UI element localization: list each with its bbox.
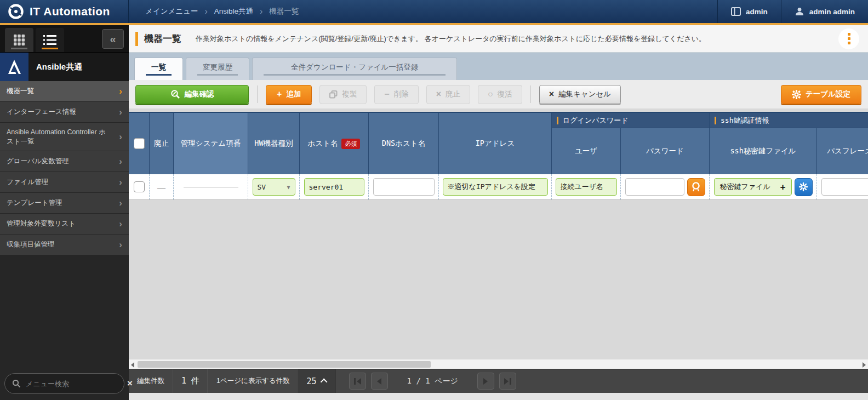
- column-header-ip[interactable]: IPアドレス: [439, 113, 552, 174]
- bottom-strip: [129, 393, 868, 400]
- password-input[interactable]: [625, 178, 684, 196]
- asterisk-icon: [798, 182, 808, 192]
- column-header-hw-type[interactable]: HW機器種別: [248, 113, 300, 174]
- column-header-hostname[interactable]: ホスト名 必須: [300, 113, 369, 174]
- edit-count-value: 1 件: [173, 369, 208, 393]
- sidebar-collapse-button[interactable]: «: [102, 29, 124, 49]
- sidebar-menu: 機器一覧 › インターフェース情報 › Ansible Automation C…: [0, 81, 129, 255]
- sidebar-item-aac-host-list[interactable]: Ansible Automation Controller ホスト一覧 ›: [0, 123, 129, 151]
- row-hostname-cell: [300, 174, 369, 199]
- per-page-value: 25: [306, 376, 316, 386]
- column-header-discard[interactable]: 廃止: [150, 113, 174, 174]
- workspace-menu[interactable]: admin: [717, 0, 781, 23]
- empty-dash: —: [157, 182, 165, 192]
- per-page-select[interactable]: 25: [298, 369, 335, 393]
- horizontal-scrollbar[interactable]: [129, 359, 868, 369]
- menu-search-input[interactable]: [26, 380, 122, 388]
- group-accent-bar: [715, 117, 716, 124]
- column-header-password[interactable]: パスワード: [621, 128, 710, 174]
- sidebar-item-label: ファイル管理: [7, 178, 48, 186]
- scroll-right-arrow-icon[interactable]: [863, 362, 866, 368]
- sidebar-tab-list[interactable]: [36, 28, 64, 52]
- app-logo[interactable]: IT Automation: [0, 0, 129, 23]
- edit-count-label: 編集件数: [129, 369, 173, 393]
- sidebar-item-file-management[interactable]: ファイル管理 ›: [0, 172, 129, 193]
- app-title: IT Automation: [30, 5, 110, 18]
- hostname-input[interactable]: [304, 178, 364, 196]
- table-settings-button[interactable]: テーブル設定: [781, 85, 861, 104]
- ansible-logo: [0, 53, 28, 81]
- password-key-button[interactable]: [687, 178, 705, 196]
- tab-change-history[interactable]: 変更履歴: [186, 58, 249, 80]
- sidebar-item-label: 管理対象外変数リスト: [7, 219, 76, 228]
- column-header-user[interactable]: ユーザ: [552, 128, 621, 174]
- sidebar-item-label: グローバル変数管理: [7, 157, 69, 165]
- last-page-button[interactable]: [499, 373, 516, 390]
- sidebar-item-label: インターフェース情報: [7, 107, 76, 116]
- file-add-icon[interactable]: +: [780, 182, 786, 192]
- sidebar-item-interface-info[interactable]: インターフェース情報 ›: [0, 102, 129, 123]
- breadcrumb: メインメニュー › Ansible共通 › 機器一覧: [129, 0, 299, 23]
- column-header-passphrase[interactable]: パスフレーズ: [817, 128, 868, 174]
- page-menu-button[interactable]: [838, 28, 859, 49]
- first-page-icon: [357, 378, 361, 385]
- delete-button[interactable]: − 削除: [374, 85, 418, 104]
- tab-download-upload[interactable]: 全件ダウンロード・ファイル一括登録: [252, 58, 457, 80]
- tab-strip: 一覧 変更履歴 全件ダウンロード・ファイル一括登録: [129, 53, 868, 80]
- title-accent-bar: [135, 32, 138, 46]
- hw-type-select[interactable]: SV ▼: [253, 178, 295, 196]
- row-dns-cell: [369, 174, 439, 199]
- page-description: 作業対象ホストの情報をメンテナンス(閲覧/登録/更新/廃止)できます。 各オーケ…: [196, 34, 706, 44]
- keyfile-action-button[interactable]: [795, 178, 813, 196]
- duplicate-button[interactable]: 複製: [319, 85, 367, 104]
- ssh-keyfile-field[interactable]: 秘密鍵ファイル +: [714, 178, 792, 196]
- sidebar-item-global-vars[interactable]: グローバル変数管理 ›: [0, 151, 129, 172]
- sidebar-item-device-list[interactable]: 機器一覧 ›: [0, 81, 129, 102]
- scroll-left-arrow-icon[interactable]: [131, 362, 134, 368]
- column-header-system-number[interactable]: 管理システム項番: [174, 113, 248, 174]
- sidebar-item-label: Ansible Automation Controller ホスト一覧: [7, 128, 108, 146]
- prev-page-button[interactable]: [371, 373, 388, 390]
- search-icon: [12, 379, 21, 388]
- sidebar-item-unmanaged-vars[interactable]: 管理対象外変数リスト ›: [0, 214, 129, 235]
- breadcrumb-item-main-menu[interactable]: メインメニュー: [145, 7, 198, 16]
- column-header-ssh-keyfile[interactable]: ssh秘密鍵ファイル: [710, 128, 817, 174]
- row-passphrase-cell: [817, 174, 868, 199]
- user-menu[interactable]: admin admin: [781, 0, 868, 23]
- sidebar-item-label: テンプレート管理: [7, 198, 62, 207]
- breadcrumb-separator-icon: ›: [204, 7, 207, 16]
- select-all-checkbox[interactable]: [134, 138, 145, 149]
- add-button[interactable]: + 追加: [266, 85, 312, 104]
- first-page-button[interactable]: [349, 373, 366, 390]
- row-ip-cell: [439, 174, 552, 199]
- search-clear-icon[interactable]: ×: [127, 378, 133, 389]
- row-checkbox[interactable]: [134, 181, 145, 192]
- kebab-icon: [848, 33, 850, 36]
- next-page-button[interactable]: [477, 373, 494, 390]
- collapse-icon: «: [110, 33, 116, 45]
- copy-icon: [329, 90, 338, 99]
- breadcrumb-item-ansible[interactable]: Ansible共通: [214, 7, 253, 16]
- sidebar-item-collected-values[interactable]: 収集項目値管理 ›: [0, 235, 129, 255]
- edit-cancel-button[interactable]: × 編集キャンセル: [539, 85, 621, 104]
- passphrase-input[interactable]: [821, 178, 868, 196]
- group-accent-bar: [557, 117, 558, 124]
- toolbar-divider: [530, 85, 531, 103]
- restore-button[interactable]: ○ 復活: [478, 85, 522, 104]
- tab-list[interactable]: 一覧: [134, 58, 183, 80]
- page-header: 機器一覧 作業対象ホストの情報をメンテナンス(閲覧/登録/更新/廃止)できます。…: [129, 25, 868, 53]
- sidebar-tab-grid[interactable]: [5, 28, 33, 52]
- row-ssh-keyfile-cell: 秘密鍵ファイル +: [710, 174, 817, 199]
- key-ring-icon: [691, 181, 701, 192]
- login-user-input[interactable]: [556, 178, 617, 196]
- chevron-up-icon: [320, 379, 327, 386]
- edit-confirm-button[interactable]: 編集確認: [135, 85, 249, 104]
- column-header-dns[interactable]: DNSホスト名: [369, 113, 439, 174]
- dropdown-arrow-icon: ▼: [287, 184, 290, 190]
- scrollbar-thumb[interactable]: [138, 361, 431, 368]
- row-hw-type-cell: SV ▼: [248, 174, 300, 199]
- sidebar-item-template-management[interactable]: テンプレート管理 ›: [0, 193, 129, 214]
- ip-address-input[interactable]: [443, 178, 548, 196]
- dns-hostname-input[interactable]: [373, 178, 435, 196]
- discard-button[interactable]: × 廃止: [426, 85, 470, 104]
